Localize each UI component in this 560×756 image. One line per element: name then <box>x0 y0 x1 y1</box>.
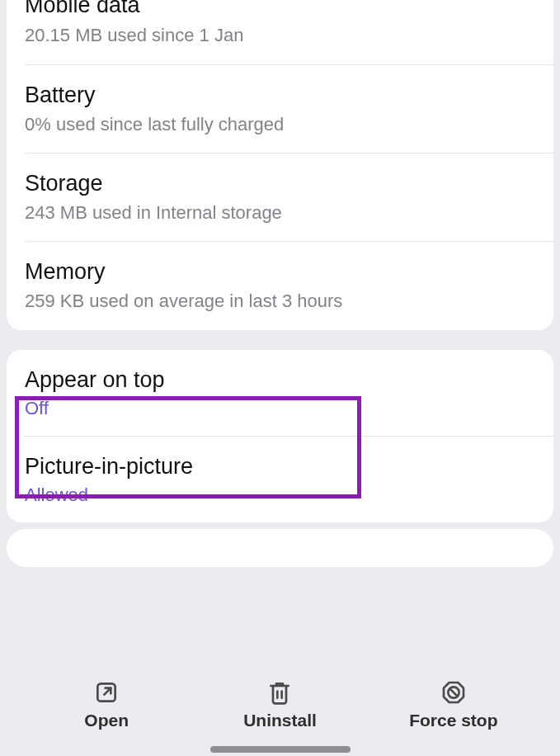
row-title: Mobile data <box>25 0 535 20</box>
advanced-card: Appear on top Off Picture-in-picture All… <box>7 350 553 523</box>
row-title: Memory <box>25 257 535 286</box>
mobile-data-row[interactable]: Mobile data 20.15 MB used since 1 Jan <box>7 0 553 64</box>
open-icon <box>93 679 120 706</box>
row-title: Appear on top <box>25 365 535 395</box>
row-title: Storage <box>25 168 535 198</box>
row-subtitle: 243 MB used in Internal storage <box>25 201 535 225</box>
row-title: Battery <box>25 80 535 110</box>
row-value: Off <box>25 398 535 419</box>
prohibit-icon <box>440 679 467 706</box>
force-stop-button[interactable]: Force stop <box>404 679 503 730</box>
uninstall-button[interactable]: Uninstall <box>230 679 329 730</box>
usage-card: Mobile data 20.15 MB used since 1 Jan Ba… <box>7 0 553 330</box>
button-label: Open <box>84 711 129 730</box>
nav-handle[interactable] <box>210 746 351 753</box>
footer-actions: Open Uninstall Force stop <box>0 659 560 756</box>
open-button[interactable]: Open <box>57 679 156 730</box>
battery-row[interactable]: Battery 0% used since last fully charged <box>7 65 553 153</box>
row-title: Picture-in-picture <box>25 451 535 481</box>
row-value: Allowed <box>25 484 535 506</box>
picture-in-picture-row[interactable]: Picture-in-picture Allowed <box>7 437 553 522</box>
blank-card <box>7 529 553 567</box>
button-label: Force stop <box>409 711 497 730</box>
storage-row[interactable]: Storage 243 MB used in Internal storage <box>7 154 553 241</box>
row-subtitle: 0% used since last fully charged <box>25 112 535 137</box>
row-subtitle: 259 KB used on average in last 3 hours <box>25 289 535 314</box>
memory-row[interactable]: Memory 259 KB used on average in last 3 … <box>7 242 553 329</box>
appear-on-top-row[interactable]: Appear on top Off <box>7 350 553 436</box>
button-label: Uninstall <box>243 711 317 730</box>
trash-icon <box>266 679 293 706</box>
row-subtitle: 20.15 MB used since 1 Jan <box>25 23 535 48</box>
